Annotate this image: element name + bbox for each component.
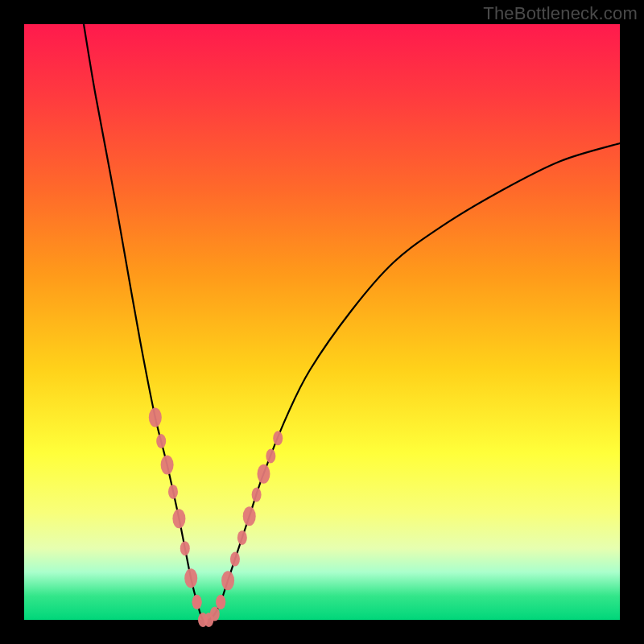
marker-dot [156,434,166,448]
marker-dot [257,464,270,484]
marker-dots-layer [149,407,283,627]
curve-layer [84,24,620,621]
marker-dot [161,456,174,475]
marker-dot [184,568,197,588]
marker-dot [266,449,275,464]
marker-dot [172,509,185,528]
marker-dot [210,607,220,621]
marker-dot [230,552,240,567]
marker-dot [149,407,162,427]
marker-dot [273,431,283,445]
bottleneck-curve-path [84,24,620,621]
watermark-text: TheBottleneck.com [483,3,638,24]
marker-dot [252,488,262,502]
chart-svg [24,24,620,620]
marker-dot [221,571,234,590]
marker-dot [192,595,202,609]
marker-dot [237,530,247,545]
outer-frame: TheBottleneck.com [0,0,644,644]
marker-dot [180,541,190,555]
marker-dot [243,506,256,526]
marker-dot [168,485,178,499]
marker-dot [216,595,225,609]
